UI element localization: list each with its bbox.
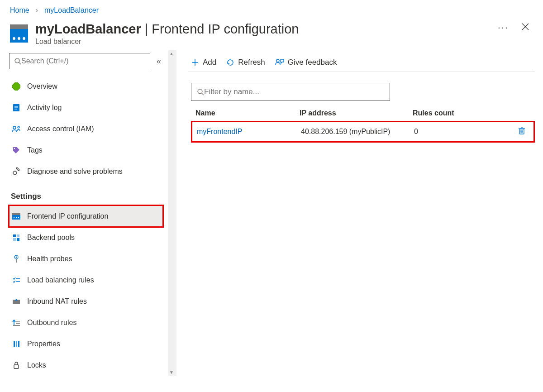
svg-point-17 — [16, 217, 17, 218]
svg-point-39 — [276, 59, 279, 62]
toolbar: Add Refresh Give feedback — [188, 53, 535, 72]
sidebar-item-label: Outbound rules — [27, 319, 76, 327]
svg-rect-19 — [13, 234, 16, 237]
collapse-sidebar-button[interactable]: « — [155, 55, 163, 68]
svg-point-10 — [18, 126, 19, 128]
sidebar-item-inbound-nat[interactable]: Inbound NAT rules — [9, 291, 163, 312]
svg-rect-35 — [18, 341, 19, 347]
svg-point-9 — [13, 126, 16, 129]
svg-rect-34 — [16, 341, 17, 347]
sidebar-section-settings: Settings — [9, 182, 163, 206]
sidebar-item-label: Properties — [27, 340, 60, 348]
more-actions-button[interactable]: ··· — [489, 22, 518, 33]
lb-rules-icon — [12, 276, 21, 285]
search-icon — [197, 88, 204, 96]
frontend-ip-table: Name IP address Rules count myFrontendIP… — [191, 105, 535, 143]
breadcrumb-separator-icon: › — [36, 6, 38, 14]
sidebar-item-label: Frontend IP configuration — [27, 212, 108, 220]
svg-point-40 — [198, 89, 202, 94]
sidebar-item-label: Load balancing rules — [27, 276, 94, 284]
sidebar-item-tags[interactable]: Tags — [9, 139, 163, 161]
sidebar: « Overview Activity log Access control (… — [0, 50, 168, 376]
breadcrumb-resource[interactable]: myLoadBalancer — [44, 6, 99, 14]
svg-line-3 — [19, 62, 21, 64]
sidebar-item-overview[interactable]: Overview — [9, 76, 163, 97]
health-probes-icon — [12, 254, 21, 263]
row-name-link[interactable]: myFrontendIP — [197, 128, 242, 135]
sidebar-item-label: Overview — [27, 82, 57, 91]
svg-rect-36 — [14, 365, 19, 368]
sidebar-item-label: Inbound NAT rules — [27, 297, 87, 306]
sidebar-item-label: Tags — [27, 146, 43, 154]
svg-rect-21 — [13, 238, 16, 241]
sidebar-item-frontend-ip[interactable]: Frontend IP configuration — [9, 206, 163, 227]
breadcrumb-home[interactable]: Home — [10, 6, 29, 14]
svg-point-16 — [14, 217, 14, 218]
activity-log-icon — [12, 103, 21, 112]
add-button[interactable]: Add — [191, 58, 216, 67]
svg-point-18 — [18, 217, 19, 218]
page-subtitle: Load balancer — [35, 38, 489, 46]
row-ip: 40.88.206.159 (myPublicIP) — [301, 128, 414, 136]
table-row[interactable]: myFrontendIP 40.88.206.159 (myPublicIP) … — [191, 121, 535, 143]
diagnose-icon — [12, 167, 21, 176]
delete-row-button[interactable] — [518, 127, 525, 137]
sidebar-item-label: Access control (IAM) — [27, 125, 94, 133]
svg-rect-14 — [12, 213, 20, 215]
row-rules: 0 — [414, 128, 518, 136]
sidebar-item-backend-pools[interactable]: Backend pools — [9, 227, 163, 248]
breadcrumb: Home › myLoadBalancer — [0, 0, 543, 19]
refresh-button[interactable]: Refresh — [226, 58, 265, 67]
svg-rect-22 — [17, 238, 19, 241]
svg-point-24 — [16, 256, 17, 258]
close-icon — [521, 23, 529, 31]
filter-box[interactable] — [191, 83, 390, 101]
svg-rect-33 — [14, 341, 15, 347]
filter-input[interactable] — [204, 87, 384, 96]
sidebar-item-activity-log[interactable]: Activity log — [9, 97, 163, 118]
close-button[interactable] — [518, 22, 533, 33]
svg-point-12 — [13, 171, 17, 175]
sidebar-item-outbound-rules[interactable]: Outbound rules — [9, 312, 163, 333]
inbound-nat-icon — [12, 297, 21, 306]
sidebar-item-access-control[interactable]: Access control (IAM) — [9, 118, 163, 139]
backend-pools-icon — [12, 233, 21, 242]
sidebar-item-locks[interactable]: Locks — [9, 354, 163, 376]
search-icon — [14, 57, 21, 65]
page-header: myLoadBalancer | Frontend IP configurati… — [0, 19, 543, 50]
sidebar-search[interactable] — [9, 53, 150, 69]
column-header-rules: Rules count — [413, 109, 517, 117]
tags-icon — [12, 146, 21, 155]
svg-rect-20 — [17, 234, 19, 237]
page-title: myLoadBalancer | Frontend IP configurati… — [35, 22, 489, 37]
sidebar-scrollbar[interactable] — [168, 50, 176, 376]
feedback-button[interactable]: Give feedback — [275, 58, 337, 67]
sidebar-item-label: Backend pools — [27, 234, 75, 242]
frontend-ip-icon — [12, 212, 21, 221]
sidebar-search-input[interactable] — [21, 57, 145, 65]
svg-point-11 — [14, 148, 15, 149]
sidebar-item-label: Activity log — [27, 104, 62, 112]
properties-icon — [12, 339, 21, 349]
outbound-rules-icon — [12, 318, 21, 327]
locks-icon — [12, 361, 21, 370]
svg-point-2 — [15, 58, 19, 63]
sidebar-item-lb-rules[interactable]: Load balancing rules — [9, 269, 163, 291]
svg-line-41 — [202, 93, 204, 95]
sidebar-item-diagnose[interactable]: Diagnose and solve problems — [9, 161, 163, 182]
sidebar-item-label: Health probes — [27, 255, 72, 263]
trash-icon — [518, 127, 525, 135]
main-content: Add Refresh Give feedback Name IP addres… — [177, 50, 543, 376]
sidebar-item-label: Locks — [27, 361, 46, 369]
column-header-name: Name — [195, 109, 300, 117]
overview-icon — [12, 82, 21, 91]
plus-icon — [191, 58, 199, 67]
svg-rect-13 — [16, 167, 19, 171]
sidebar-item-health-probes[interactable]: Health probes — [9, 248, 163, 269]
load-balancer-icon — [10, 24, 28, 43]
feedback-icon — [275, 58, 284, 67]
iam-icon — [12, 124, 21, 134]
sidebar-item-properties[interactable]: Properties — [9, 333, 163, 354]
column-header-ip: IP address — [300, 109, 413, 117]
sidebar-item-label: Diagnose and solve problems — [27, 167, 123, 176]
